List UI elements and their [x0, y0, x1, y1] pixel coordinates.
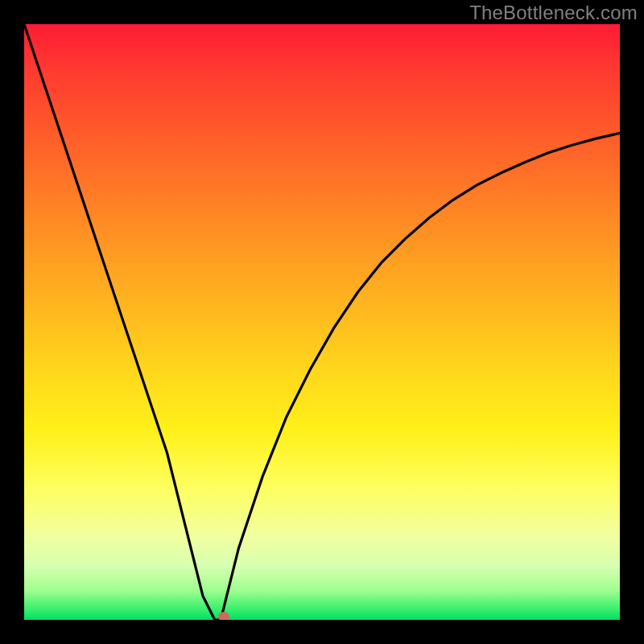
chart-frame: TheBottleneck.com: [0, 0, 644, 644]
curve-path: [24, 24, 620, 620]
plot-area: [24, 24, 620, 620]
watermark-text: TheBottleneck.com: [469, 2, 638, 24]
minimum-marker: [218, 612, 229, 620]
bottleneck-curve: [24, 24, 620, 620]
